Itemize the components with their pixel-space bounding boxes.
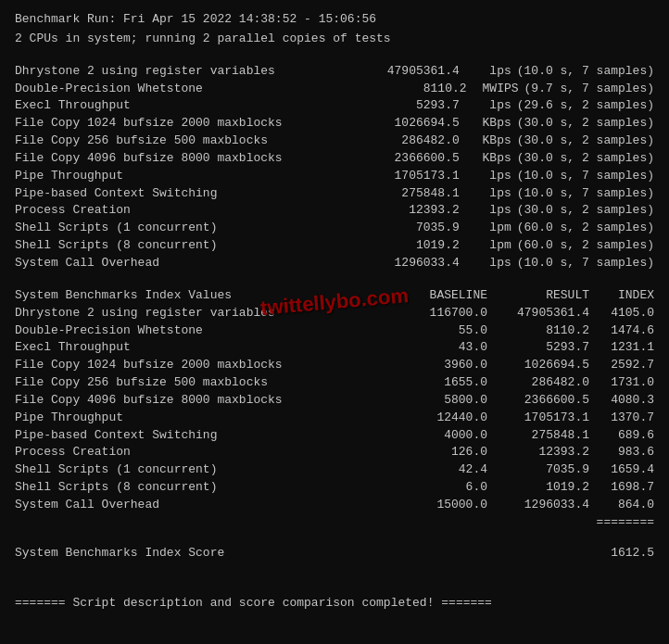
terminal-window: Benchmark Run: Fri Apr 15 2022 14:38:52 … xyxy=(15,11,654,612)
benchmark-number: 1296033.4 xyxy=(367,255,460,272)
benchmark-label: Double-Precision Whetstone xyxy=(15,81,203,98)
benchmark-number: 2366600.5 xyxy=(367,150,460,168)
benchmark-value: 5293.7lps(29.6 s, 2 samples) xyxy=(367,97,654,115)
index-row-label: Pipe-based Context Switching xyxy=(15,427,217,445)
index-row-label: Process Creation xyxy=(15,444,131,461)
benchmark-number: 5293.7 xyxy=(367,97,460,115)
benchmark-value: 47905361.4lps(10.0 s, 7 samples) xyxy=(367,63,654,81)
index-header-baseline: BASELINE xyxy=(395,287,487,305)
benchmark-number: 8110.2 xyxy=(374,81,467,98)
score-row: System Benchmarks Index Score 1612.5 xyxy=(15,545,654,562)
index-row-index: 864.0 xyxy=(589,497,654,514)
benchmark-number: 47905361.4 xyxy=(367,63,460,81)
benchmark-value: 2366600.5KBps(30.0 s, 2 samples) xyxy=(367,150,654,168)
index-row-result: 275848.1 xyxy=(487,427,589,445)
equals-line: ======== xyxy=(15,514,654,532)
benchmark-row: Pipe-based Context Switching275848.1lps(… xyxy=(15,185,654,203)
benchmark-unit: lps xyxy=(465,97,511,115)
benchmark-value: 7035.9lpm(60.0 s, 2 samples) xyxy=(367,220,654,237)
benchmark-value: 286482.0KBps(30.0 s, 2 samples) xyxy=(367,133,654,150)
index-row-index: 1231.1 xyxy=(589,339,654,357)
benchmark-number: 1026694.5 xyxy=(367,115,460,133)
score-label: System Benchmarks Index Score xyxy=(15,545,224,562)
index-row-index: 2592.7 xyxy=(589,357,654,374)
index-data-row: System Call Overhead15000.01296033.4864.… xyxy=(15,497,654,514)
benchmark-label: Shell Scripts (8 concurrent) xyxy=(15,237,217,255)
benchmark-row: Dhrystone 2 using register variables4790… xyxy=(15,63,654,81)
benchmark-row: System Call Overhead1296033.4lps(10.0 s,… xyxy=(15,255,654,272)
score-value: 1612.5 xyxy=(589,545,654,562)
benchmark-unit: KBps xyxy=(465,150,511,168)
benchmark-label: File Copy 1024 bufsize 2000 maxblocks xyxy=(15,115,283,133)
index-row-result: 5293.7 xyxy=(487,339,589,357)
index-row-baseline: 15000.0 xyxy=(395,497,487,514)
benchmark-meta: (10.0 s, 7 samples) xyxy=(517,255,654,272)
index-row-index: 4105.0 xyxy=(589,305,654,322)
watermark-container: twittellybo.com System Benchmarks Index … xyxy=(15,287,654,514)
benchmarks-section: Dhrystone 2 using register variables4790… xyxy=(15,63,654,272)
benchmark-value: 1705173.1lps(10.0 s, 7 samples) xyxy=(367,168,654,185)
benchmark-meta: (60.0 s, 2 samples) xyxy=(517,237,654,255)
benchmark-number: 1019.2 xyxy=(367,237,460,255)
index-data-row: Pipe-based Context Switching4000.0275848… xyxy=(15,427,654,445)
benchmark-meta: (10.0 s, 7 samples) xyxy=(517,185,654,203)
benchmark-row: Execl Throughput5293.7lps(29.6 s, 2 samp… xyxy=(15,97,654,115)
index-row-result: 1019.2 xyxy=(487,479,589,497)
index-row-label: Shell Scripts (1 concurrent) xyxy=(15,461,217,479)
benchmark-meta: (10.0 s, 7 samples) xyxy=(517,63,654,81)
index-row-index: 983.6 xyxy=(589,444,654,461)
benchmark-row: Double-Precision Whetstone8110.2MWIPS(9.… xyxy=(15,81,654,98)
benchmark-unit: lpm xyxy=(465,220,511,237)
benchmark-value: 275848.1lps(10.0 s, 7 samples) xyxy=(367,185,654,203)
benchmark-label: Process Creation xyxy=(15,202,131,220)
benchmark-label: File Copy 4096 bufsize 8000 maxblocks xyxy=(15,150,283,168)
index-row-label: File Copy 256 bufsize 500 maxblocks xyxy=(15,374,268,392)
index-data-row: File Copy 4096 bufsize 8000 maxblocks580… xyxy=(15,392,654,410)
benchmark-unit: KBps xyxy=(465,133,511,150)
benchmark-label: Pipe Throughput xyxy=(15,168,123,185)
index-row-label: Double-Precision Whetstone xyxy=(15,322,203,340)
index-row-label: Pipe Throughput xyxy=(15,410,123,427)
index-section: System Benchmarks Index ValuesBASELINERE… xyxy=(15,287,654,514)
index-row-baseline: 43.0 xyxy=(395,339,487,357)
index-row-result: 47905361.4 xyxy=(487,305,589,322)
index-data-row: Dhrystone 2 using register variables1167… xyxy=(15,305,654,322)
benchmark-value: 1026694.5KBps(30.0 s, 2 samples) xyxy=(367,115,654,133)
benchmark-label: Pipe-based Context Switching xyxy=(15,185,217,203)
benchmark-row: Shell Scripts (1 concurrent)7035.9lpm(60… xyxy=(15,220,654,237)
index-header-index: INDEX xyxy=(589,287,654,305)
benchmark-label: System Call Overhead xyxy=(15,255,159,272)
index-row-baseline: 42.4 xyxy=(395,461,487,479)
benchmark-unit: lps xyxy=(465,185,511,203)
benchmark-unit: lps xyxy=(465,255,511,272)
benchmark-row: File Copy 4096 bufsize 8000 maxblocks236… xyxy=(15,150,654,168)
header-line1: Benchmark Run: Fri Apr 15 2022 14:38:52 … xyxy=(15,11,654,29)
footer-line: ======= Script description and score com… xyxy=(15,595,654,612)
index-header-label: System Benchmarks Index Values xyxy=(15,287,232,305)
benchmark-label: Shell Scripts (1 concurrent) xyxy=(15,220,217,237)
benchmark-meta: (30.0 s, 2 samples) xyxy=(517,202,654,220)
benchmark-meta: (29.6 s, 2 samples) xyxy=(517,97,654,115)
benchmark-row: File Copy 256 bufsize 500 maxblocks28648… xyxy=(15,133,654,150)
benchmark-label: Execl Throughput xyxy=(15,97,131,115)
index-row-baseline: 126.0 xyxy=(395,444,487,461)
index-header-row: System Benchmarks Index ValuesBASELINERE… xyxy=(15,287,654,305)
index-row-index: 689.6 xyxy=(589,427,654,445)
index-row-label: System Call Overhead xyxy=(15,497,159,514)
index-row-result: 8110.2 xyxy=(487,322,589,340)
benchmark-unit: lps xyxy=(465,202,511,220)
benchmark-value: 1019.2lpm(60.0 s, 2 samples) xyxy=(367,237,654,255)
benchmark-unit: lps xyxy=(465,168,511,185)
index-row-baseline: 6.0 xyxy=(395,479,487,497)
benchmark-label: File Copy 256 bufsize 500 maxblocks xyxy=(15,133,268,150)
index-row-index: 1731.0 xyxy=(589,374,654,392)
benchmark-number: 286482.0 xyxy=(367,133,460,150)
index-row-label: Dhrystone 2 using register variables xyxy=(15,305,275,322)
benchmark-value: 8110.2MWIPS(9.7 s, 7 samples) xyxy=(374,81,654,98)
index-row-index: 1659.4 xyxy=(589,461,654,479)
index-row-baseline: 4000.0 xyxy=(395,427,487,445)
index-row-baseline: 116700.0 xyxy=(395,305,487,322)
index-row-label: File Copy 4096 bufsize 8000 maxblocks xyxy=(15,392,283,410)
index-data-row: Shell Scripts (8 concurrent)6.01019.2169… xyxy=(15,479,654,497)
benchmark-meta: (60.0 s, 2 samples) xyxy=(517,220,654,237)
